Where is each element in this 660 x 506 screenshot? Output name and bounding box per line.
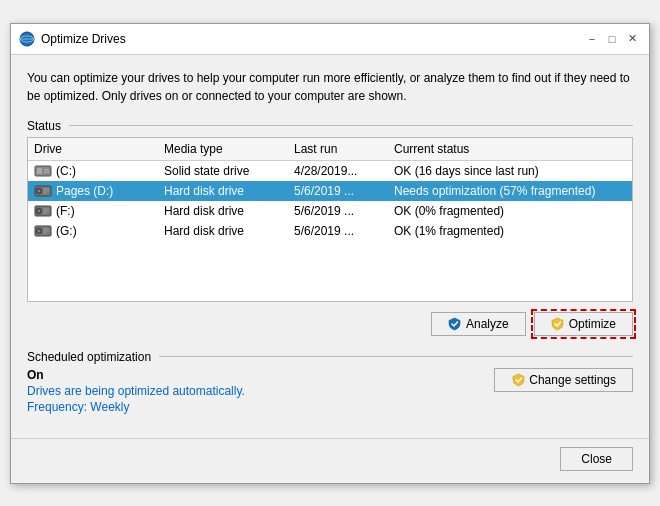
close-label: Close [581,452,612,466]
svg-rect-12 [43,192,47,193]
drive-name: (G:) [56,224,77,238]
description-text: You can optimize your drives to help you… [27,69,633,105]
media-type-cell: Solid state drive [164,164,294,178]
window-controls: − □ ✕ [583,30,641,48]
drive-cell: (C:) [34,164,164,178]
close-button[interactable]: Close [560,447,633,471]
analyze-label: Analyze [466,317,509,331]
drive-name: Pages (D:) [56,184,113,198]
hdd-icon [34,185,52,197]
drive-cell: (G:) [34,224,164,238]
dialog-content: You can optimize your drives to help you… [11,55,649,438]
svg-rect-23 [43,230,49,231]
ssd-icon [34,165,52,177]
dialog-footer: Close [11,438,649,483]
svg-rect-22 [43,228,49,229]
scheduled-frequency: Frequency: Weekly [27,400,245,414]
media-type-cell: Hard disk drive [164,224,294,238]
change-settings-label: Change settings [529,373,616,387]
media-type-cell: Hard disk drive [164,184,294,198]
col-header-media: Media type [164,142,294,156]
optimize-label: Optimize [569,317,616,331]
window-title: Optimize Drives [41,32,583,46]
optimize-drives-dialog: Optimize Drives − □ ✕ You can optimize y… [10,23,650,484]
scheduled-info: On Drives are being optimized automatica… [27,368,245,414]
table-body: (C:)Solid state drive4/28/2019...OK (16 … [28,161,632,301]
title-bar: Optimize Drives − □ ✕ [11,24,649,55]
table-row[interactable]: (C:)Solid state drive4/28/2019...OK (16 … [28,161,632,181]
status-cell: OK (16 days since last run) [394,164,626,178]
scheduled-row: On Drives are being optimized automatica… [27,368,633,414]
change-settings-button[interactable]: Change settings [494,368,633,392]
drive-cell: Pages (D:) [34,184,164,198]
svg-rect-11 [43,190,49,191]
scheduled-section: Scheduled optimization On Drives are bei… [27,350,633,414]
svg-rect-10 [43,188,49,189]
svg-point-21 [38,229,40,231]
status-label: Status [27,119,61,133]
hdd-icon [34,205,52,217]
settings-shield-icon [511,373,525,387]
svg-rect-16 [43,208,49,209]
status-section-header: Status [27,119,633,133]
drive-cell: (F:) [34,204,164,218]
analyze-button[interactable]: Analyze [431,312,526,336]
table-row[interactable]: (F:)Hard disk drive5/6/2019 ...OK (0% fr… [28,201,632,221]
table-row[interactable]: Pages (D:)Hard disk drive5/6/2019 ...Nee… [28,181,632,201]
last-run-cell: 5/6/2019 ... [294,224,394,238]
table-header: Drive Media type Last run Current status [28,138,632,161]
window-icon [19,31,35,47]
last-run-cell: 4/28/2019... [294,164,394,178]
hdd-icon [34,225,52,237]
optimize-button[interactable]: Optimize [534,312,633,336]
col-header-last-run: Last run [294,142,394,156]
svg-rect-6 [44,171,49,173]
action-buttons-row: Analyze Optimize [27,312,633,336]
svg-point-9 [38,189,40,191]
status-cell: Needs optimization (57% fragmented) [394,184,626,198]
svg-rect-4 [37,168,42,174]
drive-name: (F:) [56,204,75,218]
drives-table: Drive Media type Last run Current status… [27,137,633,302]
col-header-drive: Drive [34,142,164,156]
last-run-cell: 5/6/2019 ... [294,204,394,218]
svg-rect-5 [44,169,49,171]
media-type-cell: Hard disk drive [164,204,294,218]
analyze-shield-icon [448,317,462,331]
status-cell: OK (1% fragmented) [394,224,626,238]
svg-rect-17 [43,210,49,211]
scheduled-label: Scheduled optimization [27,350,151,364]
scheduled-header: Scheduled optimization [27,350,633,364]
drive-name: (C:) [56,164,76,178]
col-header-status: Current status [394,142,626,156]
svg-rect-18 [43,212,47,213]
svg-point-15 [38,209,40,211]
table-row[interactable]: (G:)Hard disk drive5/6/2019 ...OK (1% fr… [28,221,632,241]
window-close-button[interactable]: ✕ [623,30,641,48]
optimize-shield-icon [551,317,565,331]
svg-rect-24 [43,232,47,233]
minimize-button[interactable]: − [583,30,601,48]
scheduled-description: Drives are being optimized automatically… [27,384,245,398]
scheduled-status: On [27,368,245,382]
last-run-cell: 5/6/2019 ... [294,184,394,198]
status-cell: OK (0% fragmented) [394,204,626,218]
maximize-button[interactable]: □ [603,30,621,48]
